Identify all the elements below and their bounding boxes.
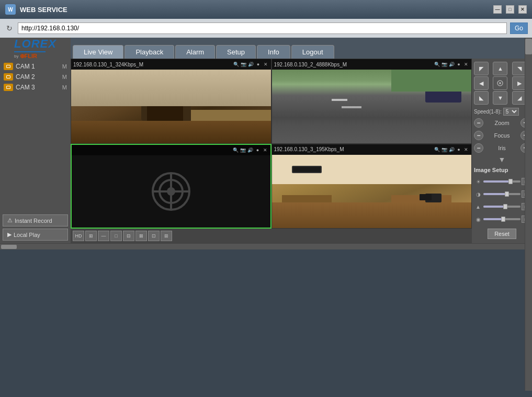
tab-live-view[interactable]: Live View [73,45,123,59]
cam-1-label: CAM 1 [16,63,35,70]
speed-row: Speed(1-8): 5 1234 678 [474,108,530,116]
record-icon: ● [255,62,262,67]
record-icon-3: ● [255,148,261,153]
app-wrapper: W WEB SERVICE — □ ✕ ↻ Go LOREX by ⊕FLIR [0,0,532,397]
video-cell-3[interactable]: 🔍 📷 🔊 ● ✕ [71,144,271,229]
tab-info[interactable]: Info [257,45,290,59]
right-panel: ◤ ▲ ◥ ◀ ▶ ◣ ▼ ◢ Speed(1-8): 5 [472,59,532,243]
cam-2-label: CAM 2 [16,73,35,81]
feed-2-icons: 🔍 📷 🔊 ● ✕ [434,62,469,67]
ptz-down-left[interactable]: ◣ [474,91,489,105]
brightness-track[interactable] [483,180,520,183]
close-icon: ✕ [263,62,269,67]
video-cell-4[interactable]: 192.168.0.130_3_195Kbps_M 🔍 📷 🔊 ● ✕ [271,144,472,229]
audio-icon-4: 🔊 [448,147,455,152]
tab-logout[interactable]: Logout [291,45,334,59]
close-button[interactable]: ✕ [518,5,527,14]
feed-1-label: 192.168.0.130_1_324Kbps_M [73,62,143,67]
hue-fill [483,218,502,220]
magnify-icon-2: 🔍 [434,62,440,67]
title-bar: W WEB SERVICE — □ ✕ [0,0,532,19]
bottom-buttons: ⚠ Instant Record ▶ Local Play [3,214,68,241]
cam-3-flag: M [62,84,67,90]
zoom-minus[interactable]: − [474,118,483,128]
content-area: CAM 1 M CAM 2 M CAM 3 M ⚠ Instant Record… [0,59,532,243]
contrast-track[interactable] [483,193,520,195]
video-cell-1[interactable]: 192.168.0.130_1_324Kbps_M 🔍 📷 🔊 ● ✕ [71,59,271,144]
focus-minus[interactable]: − [474,131,483,140]
video-bar-1: 192.168.0.130_1_324Kbps_M 🔍 📷 🔊 ● ✕ [71,59,271,70]
minimize-button[interactable]: — [493,5,502,14]
layout-button-1[interactable]: — [98,231,109,241]
layout-button-3[interactable]: ⊟ [123,231,134,241]
instant-record-button[interactable]: ⚠ Instant Record [3,214,68,226]
hd-button[interactable]: HD [73,231,84,241]
ptz-up-left[interactable]: ◤ [474,62,489,75]
ptz-up[interactable]: ▲ [493,62,507,75]
ptz-center[interactable] [493,76,507,90]
address-bar: ↻ Go [0,19,532,38]
instant-record-label: Instant Record [15,218,52,224]
local-play-button[interactable]: ▶ Local Play [3,229,68,241]
video-bar-3: 🔍 📷 🔊 ● ✕ [72,145,270,155]
ptz-left[interactable]: ◀ [474,76,489,90]
bottom-toolbar: HD ⊞ — □ ⊟ ⊠ ⊡ ⊞ [71,229,472,243]
contrast-fill [483,193,506,195]
tab-setup[interactable]: Setup [216,45,256,59]
iris-minus[interactable]: − [474,143,483,153]
right-scrollbar[interactable] [525,38,532,391]
cam-item-1[interactable]: CAM 1 M [3,61,68,72]
saturation-thumb[interactable] [503,204,507,209]
tab-alarm[interactable]: Alarm [175,45,215,59]
audio-icon-3: 🔊 [247,148,254,153]
contrast-row: ◑ ◼ [474,190,530,198]
maximize-button[interactable]: □ [506,5,514,14]
no-signal-icon [150,171,192,212]
iris-label: Iris [485,145,519,151]
grid-button-1[interactable]: ⊞ [85,231,97,241]
brightness-thumb[interactable] [508,179,513,184]
lorex-logo: LOREX by ⊕FLIR [14,37,56,60]
cam-item-3[interactable]: CAM 3 M [3,82,68,93]
close-icon-3: ✕ [262,148,268,153]
zoom-label: Zoom [485,120,519,126]
layout-button-2[interactable]: □ [110,231,122,241]
video-grid: 192.168.0.130_1_324Kbps_M 🔍 📷 🔊 ● ✕ [71,59,472,229]
cam-icon-3: 📷 [240,148,246,153]
cam-2-icon [4,73,13,81]
hue-icon: ◉ [474,215,482,223]
layout-button-6[interactable]: ⊞ [161,231,172,241]
cam-2-flag: M [62,74,67,80]
tab-playback[interactable]: Playback [124,45,174,59]
hue-thumb[interactable] [501,217,505,222]
cam-3-label: CAM 3 [16,84,35,91]
tabs-section: Live View Playback Alarm Setup Info Logo… [71,38,334,59]
reset-button[interactable]: Reset [488,229,516,239]
cam-icon-4: 📷 [441,147,447,152]
expand-button[interactable]: ▼ [474,155,530,164]
go-button[interactable]: Go [510,22,528,34]
bottom-scrollbar[interactable] [0,243,532,249]
layout-button-4[interactable]: ⊠ [135,231,147,241]
saturation-row: ▲ ◼ [474,202,530,211]
speed-select[interactable]: 5 1234 678 [503,108,519,116]
v-scroll-thumb[interactable] [525,39,532,54]
video-cell-2[interactable]: 192.168.0.130_2_4888Kbps_M 🔍 📷 🔊 ● ✕ [271,59,472,144]
hue-track[interactable] [483,218,520,220]
ptz-down[interactable]: ▼ [493,91,507,105]
saturation-track[interactable] [483,206,520,208]
h-scroll-thumb[interactable] [1,245,17,249]
contrast-icon: ◑ [474,190,482,198]
brightness-icon: ☀ [474,177,482,186]
cam-3-icon [4,84,13,91]
address-input[interactable] [18,22,507,34]
feed-1-icons: 🔍 📷 🔊 ● ✕ [233,62,269,67]
contrast-thumb[interactable] [505,191,509,197]
cam-item-2[interactable]: CAM 2 M [3,72,68,82]
refresh-button[interactable]: ↻ [4,23,15,33]
speed-label: Speed(1-8): [474,109,502,115]
lorex-text: LOREX [14,37,56,51]
magnify-icon-3: 🔍 [233,148,239,153]
layout-button-5[interactable]: ⊡ [148,231,160,241]
focus-row: − Focus + [474,131,530,140]
